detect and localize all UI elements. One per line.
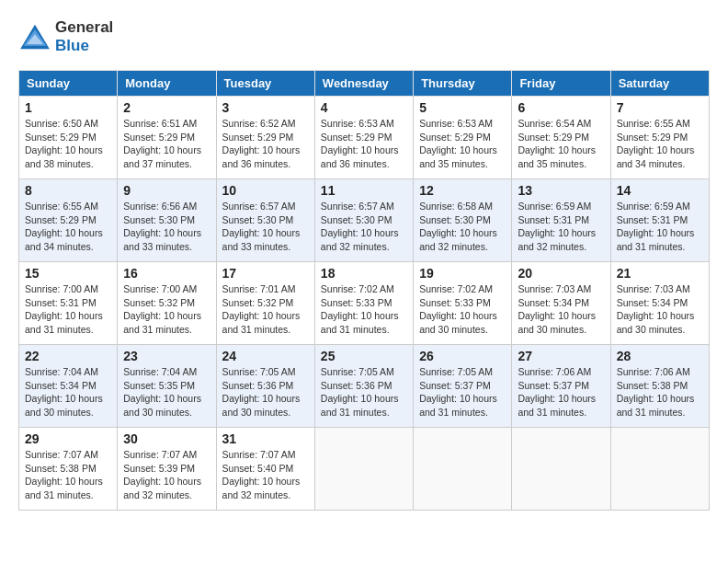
calendar-cell: 29 Sunrise: 7:07 AM Sunset: 5:38 PM Dayl… (19, 428, 118, 511)
day-info: Sunrise: 7:07 AM Sunset: 5:39 PM Dayligh… (123, 448, 210, 502)
calendar-cell: 7 Sunrise: 6:55 AM Sunset: 5:29 PM Dayli… (610, 97, 709, 179)
day-info: Sunrise: 6:58 AM Sunset: 5:30 PM Dayligh… (419, 200, 506, 254)
day-info: Sunrise: 7:03 AM Sunset: 5:34 PM Dayligh… (518, 282, 604, 337)
calendar-cell: 10 Sunrise: 6:57 AM Sunset: 5:30 PM Dayl… (216, 179, 314, 262)
page-header: General Blue (18, 18, 710, 55)
day-number: 13 (518, 183, 604, 198)
calendar-cell: 6 Sunrise: 6:54 AM Sunset: 5:29 PM Dayli… (512, 97, 610, 179)
day-info: Sunrise: 7:02 AM Sunset: 5:33 PM Dayligh… (321, 282, 407, 337)
day-number: 20 (518, 266, 604, 281)
col-header-saturday: Saturday (610, 71, 709, 97)
calendar-cell: 5 Sunrise: 6:53 AM Sunset: 5:29 PM Dayli… (414, 97, 512, 179)
day-info: Sunrise: 7:07 AM Sunset: 5:38 PM Dayligh… (25, 448, 111, 502)
day-number: 2 (123, 100, 210, 115)
day-number: 1 (25, 100, 111, 115)
day-number: 11 (321, 183, 407, 198)
day-number: 28 (617, 349, 703, 363)
calendar-cell: 25 Sunrise: 7:05 AM Sunset: 5:36 PM Dayl… (314, 345, 413, 428)
day-number: 24 (222, 349, 309, 363)
calendar-cell: 12 Sunrise: 6:58 AM Sunset: 5:30 PM Dayl… (414, 179, 512, 262)
day-number: 31 (222, 431, 309, 446)
calendar-cell (610, 428, 709, 511)
day-number: 4 (321, 100, 407, 115)
day-number: 7 (617, 100, 703, 115)
day-number: 5 (419, 100, 506, 115)
day-number: 22 (25, 349, 111, 363)
day-number: 27 (518, 349, 604, 363)
day-info: Sunrise: 7:05 AM Sunset: 5:37 PM Dayligh… (419, 365, 506, 419)
day-info: Sunrise: 6:55 AM Sunset: 5:29 PM Dayligh… (25, 200, 111, 254)
calendar-cell: 28 Sunrise: 7:06 AM Sunset: 5:38 PM Dayl… (610, 345, 709, 428)
calendar-cell (314, 428, 413, 511)
day-info: Sunrise: 6:59 AM Sunset: 5:31 PM Dayligh… (617, 200, 703, 254)
day-info: Sunrise: 7:04 AM Sunset: 5:34 PM Dayligh… (25, 365, 111, 419)
col-header-friday: Friday (512, 71, 610, 97)
day-number: 15 (25, 266, 111, 281)
calendar-cell: 2 Sunrise: 6:51 AM Sunset: 5:29 PM Dayli… (118, 97, 216, 179)
day-info: Sunrise: 6:55 AM Sunset: 5:29 PM Dayligh… (617, 117, 703, 171)
day-number: 29 (25, 431, 111, 446)
calendar-week-3: 15 Sunrise: 7:00 AM Sunset: 5:31 PM Dayl… (19, 262, 710, 345)
calendar-cell: 13 Sunrise: 6:59 AM Sunset: 5:31 PM Dayl… (512, 179, 610, 262)
logo-text: General Blue (55, 18, 113, 55)
day-number: 26 (419, 349, 506, 363)
calendar-week-4: 22 Sunrise: 7:04 AM Sunset: 5:34 PM Dayl… (19, 345, 710, 428)
calendar-table: SundayMondayTuesdayWednesdayThursdayFrid… (18, 70, 710, 511)
calendar-cell (414, 428, 512, 511)
calendar-cell: 23 Sunrise: 7:04 AM Sunset: 5:35 PM Dayl… (118, 345, 216, 428)
day-number: 10 (222, 183, 309, 198)
day-info: Sunrise: 7:06 AM Sunset: 5:38 PM Dayligh… (617, 365, 703, 419)
day-info: Sunrise: 7:03 AM Sunset: 5:34 PM Dayligh… (617, 282, 703, 337)
day-number: 12 (419, 183, 506, 198)
day-number: 8 (25, 183, 111, 198)
day-info: Sunrise: 6:54 AM Sunset: 5:29 PM Dayligh… (518, 117, 604, 171)
calendar-cell: 11 Sunrise: 6:57 AM Sunset: 5:30 PM Dayl… (314, 179, 413, 262)
calendar-cell: 21 Sunrise: 7:03 AM Sunset: 5:34 PM Dayl… (610, 262, 709, 345)
calendar-cell: 14 Sunrise: 6:59 AM Sunset: 5:31 PM Dayl… (610, 179, 709, 262)
calendar-cell: 19 Sunrise: 7:02 AM Sunset: 5:33 PM Dayl… (414, 262, 512, 345)
day-number: 3 (222, 100, 309, 115)
logo: General Blue (18, 18, 113, 55)
day-number: 23 (123, 349, 210, 363)
day-info: Sunrise: 7:05 AM Sunset: 5:36 PM Dayligh… (321, 365, 407, 419)
calendar-cell: 24 Sunrise: 7:05 AM Sunset: 5:36 PM Dayl… (216, 345, 314, 428)
day-number: 19 (419, 266, 506, 281)
day-info: Sunrise: 7:06 AM Sunset: 5:37 PM Dayligh… (518, 365, 604, 419)
col-header-tuesday: Tuesday (216, 71, 314, 97)
day-info: Sunrise: 6:53 AM Sunset: 5:29 PM Dayligh… (321, 117, 407, 171)
day-info: Sunrise: 7:02 AM Sunset: 5:33 PM Dayligh… (419, 282, 506, 337)
day-number: 6 (518, 100, 604, 115)
calendar-cell: 22 Sunrise: 7:04 AM Sunset: 5:34 PM Dayl… (19, 345, 118, 428)
day-info: Sunrise: 6:52 AM Sunset: 5:29 PM Dayligh… (222, 117, 309, 171)
day-info: Sunrise: 6:53 AM Sunset: 5:29 PM Dayligh… (419, 117, 506, 171)
day-number: 16 (123, 266, 210, 281)
day-info: Sunrise: 7:05 AM Sunset: 5:36 PM Dayligh… (222, 365, 309, 419)
col-header-thursday: Thursday (414, 71, 512, 97)
day-info: Sunrise: 7:04 AM Sunset: 5:35 PM Dayligh… (123, 365, 210, 419)
day-info: Sunrise: 7:07 AM Sunset: 5:40 PM Dayligh… (222, 448, 309, 502)
calendar-cell: 27 Sunrise: 7:06 AM Sunset: 5:37 PM Dayl… (512, 345, 610, 428)
day-number: 18 (321, 266, 407, 281)
day-number: 25 (321, 349, 407, 363)
calendar-cell: 31 Sunrise: 7:07 AM Sunset: 5:40 PM Dayl… (216, 428, 314, 511)
day-info: Sunrise: 6:50 AM Sunset: 5:29 PM Dayligh… (25, 117, 111, 171)
day-number: 21 (617, 266, 703, 281)
day-info: Sunrise: 6:59 AM Sunset: 5:31 PM Dayligh… (518, 200, 604, 254)
day-info: Sunrise: 7:01 AM Sunset: 5:32 PM Dayligh… (222, 282, 309, 337)
calendar-cell (512, 428, 610, 511)
calendar-cell: 17 Sunrise: 7:01 AM Sunset: 5:32 PM Dayl… (216, 262, 314, 345)
calendar-cell: 20 Sunrise: 7:03 AM Sunset: 5:34 PM Dayl… (512, 262, 610, 345)
calendar-cell: 16 Sunrise: 7:00 AM Sunset: 5:32 PM Dayl… (118, 262, 216, 345)
col-header-wednesday: Wednesday (314, 71, 413, 97)
calendar-cell: 26 Sunrise: 7:05 AM Sunset: 5:37 PM Dayl… (414, 345, 512, 428)
day-number: 14 (617, 183, 703, 198)
col-header-monday: Monday (118, 71, 216, 97)
day-info: Sunrise: 6:57 AM Sunset: 5:30 PM Dayligh… (222, 200, 309, 254)
calendar-week-2: 8 Sunrise: 6:55 AM Sunset: 5:29 PM Dayli… (19, 179, 710, 262)
day-info: Sunrise: 7:00 AM Sunset: 5:32 PM Dayligh… (123, 282, 210, 337)
calendar-cell: 15 Sunrise: 7:00 AM Sunset: 5:31 PM Dayl… (19, 262, 118, 345)
day-number: 17 (222, 266, 309, 281)
calendar-header-row: SundayMondayTuesdayWednesdayThursdayFrid… (19, 71, 710, 97)
calendar-cell: 4 Sunrise: 6:53 AM Sunset: 5:29 PM Dayli… (314, 97, 413, 179)
calendar-cell: 3 Sunrise: 6:52 AM Sunset: 5:29 PM Dayli… (216, 97, 314, 179)
